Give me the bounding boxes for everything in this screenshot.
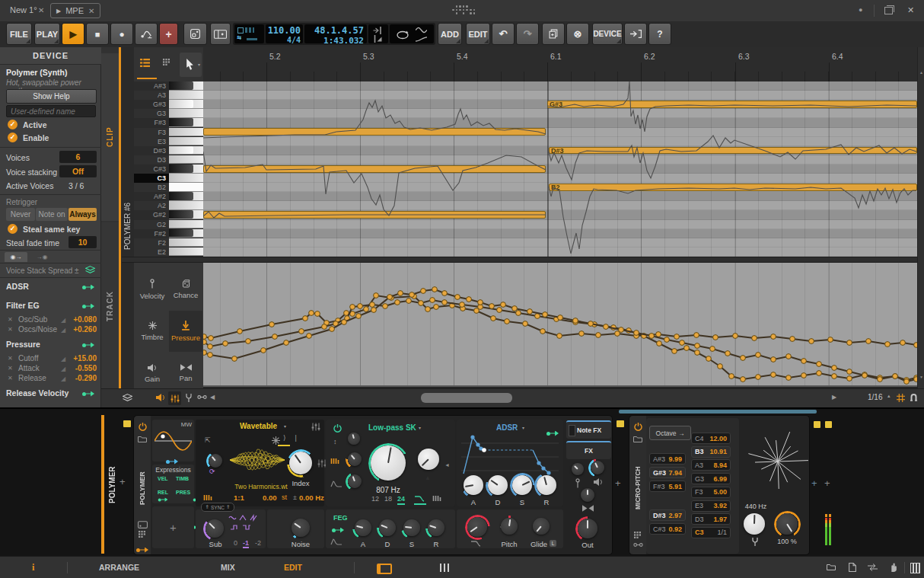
tab-track[interactable]: TRACK [101, 222, 119, 390]
expression-lane-velocity[interactable]: Velocity [135, 269, 169, 310]
step-view-icon[interactable] [163, 59, 170, 65]
expr-rel[interactable]: REL [158, 490, 168, 495]
expr-timb[interactable]: TIMB [176, 476, 189, 481]
sub-oct-minus2[interactable]: -2 [255, 539, 261, 547]
info-icon[interactable]: i [32, 562, 34, 573]
filter-cutoff-knob[interactable] [371, 445, 406, 481]
unison-knob[interactable] [209, 454, 222, 468]
env-mode-dropdown-icon[interactable]: ▾ [522, 425, 524, 430]
mod-slope-icon[interactable]: ◢ [61, 327, 65, 334]
play-button[interactable]: ▶ [62, 23, 84, 45]
note-B2[interactable]: B2 [549, 184, 917, 191]
magnet-icon[interactable] [910, 393, 918, 401]
black-key-F#3[interactable] [169, 118, 193, 126]
expr-vel-arrow-icon[interactable] [158, 497, 169, 502]
piano-key-B2[interactable] [169, 183, 203, 192]
cursor-tool-button[interactable]: ▾ [180, 53, 202, 77]
octave-mode-button[interactable]: Octave → [649, 426, 691, 440]
expressions-toggle[interactable] [168, 391, 181, 405]
expression-lane-pan[interactable]: Pan [169, 353, 202, 394]
mod-target-attack[interactable]: ✕Attack◢-0.550 [0, 364, 101, 374]
lowpass-shape-icon[interactable] [414, 495, 426, 505]
redo-button[interactable]: ↷ [516, 23, 539, 45]
black-key-F#2[interactable] [169, 229, 193, 238]
piano-key-D3[interactable] [169, 155, 203, 164]
duplicate-button[interactable] [542, 23, 565, 45]
arranger-automation-icon[interactable] [416, 36, 427, 43]
time-signature[interactable]: 4/4 [266, 36, 303, 44]
piano-key-F2[interactable] [169, 238, 203, 247]
groove-amount[interactable] [247, 38, 257, 40]
tuning-cell-A3[interactable]: A38.94 [691, 459, 731, 471]
ruler-label[interactable]: 6.2 [644, 52, 655, 61]
env-release-knob[interactable] [537, 475, 556, 495]
play-menu-button[interactable]: PLAY [34, 23, 60, 45]
slope-12[interactable]: 12 [371, 495, 379, 503]
piano-key-C#3[interactable] [169, 164, 203, 174]
osc-tune[interactable]: 0.00 [263, 493, 277, 502]
view-mix[interactable]: MIX [221, 563, 235, 572]
tuning-cell-F#3[interactable]: F#35.91 [649, 481, 686, 492]
piano-key-F#3[interactable] [169, 118, 203, 127]
song-position[interactable]: 48.1.4.57 [304, 24, 367, 36]
micropitch-device-name[interactable]: MICRO-PITCH [631, 450, 645, 526]
tuning-cell-C3[interactable]: C31/1 [691, 527, 731, 538]
env-mode-select[interactable]: ADSR [496, 423, 518, 432]
filter-keytrack-knob[interactable] [348, 452, 362, 466]
mod-target-release[interactable]: ✕Release◢-0.290 [0, 374, 101, 384]
note-G#3[interactable]: G#3 [547, 101, 917, 108]
mod-source-pressure[interactable]: Pressure [0, 340, 101, 350]
black-key-C#3[interactable] [169, 164, 193, 173]
fx-slot[interactable]: FX [566, 441, 611, 459]
mod-target-osc-sub[interactable]: ✕Osc/Sub◢+0.080 [0, 315, 101, 325]
layers-icon[interactable] [123, 394, 132, 402]
steal-fade-value[interactable]: 10 [69, 236, 97, 248]
delete-button[interactable]: ⊗ [566, 23, 589, 45]
display-profile-button[interactable] [210, 23, 231, 45]
note-C#3[interactable] [203, 165, 546, 173]
stop-button[interactable]: ■ [86, 23, 109, 45]
env-attack-knob[interactable] [464, 475, 483, 495]
mod-slope-icon[interactable]: ◢ [61, 375, 65, 382]
piano-key-F#2[interactable] [169, 229, 203, 238]
comb-shape-icon[interactable] [432, 495, 441, 502]
keytrack-icon[interactable]: ⇱ [205, 436, 211, 444]
chain-icon[interactable] [197, 394, 207, 400]
pitch-knob[interactable] [501, 518, 518, 535]
vel-sense-knob[interactable] [572, 463, 584, 475]
tab-clip[interactable]: CLIP [101, 53, 119, 221]
mod-wheel-cell[interactable]: MW [152, 420, 194, 461]
track-name-label[interactable]: POLYMER [105, 439, 119, 531]
add-modulator-cell[interactable]: + [152, 506, 194, 548]
feg-mod-arrow-icon[interactable] [332, 527, 345, 533]
glide-knob[interactable] [533, 518, 550, 535]
polymer-device-name[interactable]: POLYMER [135, 458, 149, 519]
note-G#2[interactable] [203, 211, 546, 219]
next-icon[interactable]: ▶ [832, 394, 836, 401]
osc-fine[interactable]: 0.00 Hz [299, 493, 324, 502]
loop-block[interactable] [390, 24, 434, 43]
filter-mode-dropdown-icon[interactable]: ▾ [419, 425, 421, 430]
tuning-cell-C#3[interactable]: C#30.92 [649, 523, 686, 535]
tuning-cell-G3[interactable]: G36.99 [691, 473, 731, 484]
mix-value[interactable]: 100 % [774, 538, 800, 545]
tuning-cell-A#3[interactable]: A#39.99 [649, 453, 686, 465]
voices-value[interactable]: 6 [59, 151, 97, 163]
ruler-label[interactable]: 6.4 [832, 52, 843, 61]
piano-key-A2[interactable] [169, 201, 203, 210]
tab-mpe[interactable]: ▶ MPE ✕ [50, 3, 100, 18]
mod-arrow-icon[interactable] [82, 284, 95, 290]
feg-attack-knob[interactable] [355, 519, 371, 536]
metronome-block[interactable]: ⇆ [234, 24, 264, 43]
piano-key-E3[interactable] [169, 137, 203, 146]
file-menu-button[interactable]: FILE [6, 23, 32, 45]
cursor-tool-dropdown-icon[interactable]: ▾ [198, 62, 200, 67]
piano-key-C3[interactable] [169, 174, 203, 183]
black-key-A#3[interactable] [169, 81, 193, 90]
ruler-label[interactable]: 5.4 [457, 52, 468, 61]
active-checkbox[interactable]: ✓ [8, 120, 18, 129]
mod-slope-icon[interactable]: ◢ [61, 366, 65, 372]
osc-ratio[interactable]: 1:1 [234, 493, 244, 502]
chain-mod-slot-2[interactable] [825, 421, 832, 428]
ruler-label[interactable]: 5.3 [363, 52, 374, 61]
